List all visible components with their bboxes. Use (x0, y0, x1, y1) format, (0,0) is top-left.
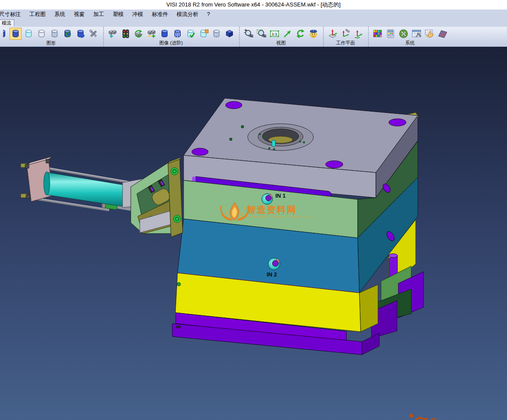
menu-item-9[interactable]: ? (203, 11, 214, 17)
copy-display-icon[interactable] (74, 28, 87, 40)
window-title: VISI 2018 R2 from Vero Software x64 - 30… (166, 1, 340, 9)
menu-item-6[interactable]: 冲模 (128, 11, 148, 18)
keyboard-grid-icon[interactable] (436, 28, 449, 40)
solid-reference-icon[interactable] (197, 28, 210, 40)
menu-item-3[interactable]: 视窗 (70, 11, 89, 18)
refresh-view-icon[interactable] (294, 28, 307, 40)
zoom-window-icon[interactable] (255, 28, 268, 40)
tab-moldflow-label: 模流 (2, 20, 11, 26)
solid-striped-icon[interactable] (171, 28, 184, 40)
toolbar: 图形 图像 (进阶)1:1视图工作平面系统 (0, 27, 507, 47)
menu-item-8[interactable]: 模流分析 (172, 11, 203, 18)
menu-bar: 尺寸标注工程图系统视窗加工塑模冲模标准件模流分析? (0, 10, 507, 19)
support-plate-side (359, 285, 378, 332)
attributes-icon[interactable] (384, 28, 397, 40)
toolbar-group-label-0: 图形 (46, 40, 56, 46)
watermark-text: 智造资料网 (246, 205, 297, 215)
regenerate-solids-icon[interactable] (132, 28, 145, 40)
screw (241, 125, 244, 128)
display-ghost-icon[interactable] (36, 28, 48, 40)
toolbar-group-1: 图像 (进阶) (103, 27, 238, 47)
system-settings-icon[interactable] (397, 28, 410, 40)
workplane-edit-icon[interactable] (339, 28, 352, 40)
toolbar-group-3: 工作平面 (323, 27, 367, 47)
add-solids-icon[interactable] (107, 28, 119, 40)
screw (177, 282, 181, 286)
toolbar-group-0: 图形 (0, 27, 102, 47)
window-title-bar: VISI 2018 R2 from Vero Software x64 - 30… (0, 0, 507, 10)
menu-item-2[interactable]: 系统 (50, 11, 70, 18)
display-tools-icon[interactable] (87, 28, 100, 40)
toolbar-group-label-3: 工作平面 (336, 40, 355, 46)
zoom-actual-size-icon[interactable]: 1:1 (268, 28, 281, 40)
in1-label: IN 1 (275, 192, 286, 199)
toolbar-group-2: 1:1视图 (239, 27, 322, 47)
locating-ring (248, 124, 313, 151)
svg-text:1:1: 1:1 (272, 32, 277, 36)
toolbar-group-label-1: 图像 (进阶) (159, 40, 183, 46)
workplane-align-icon[interactable] (352, 28, 365, 40)
screw (174, 215, 181, 223)
selection-filter-icon[interactable] (423, 28, 436, 40)
toolbar-group-label-4: 系统 (405, 40, 415, 46)
screw (171, 168, 178, 175)
solid-wireframe-icon[interactable] (210, 28, 223, 40)
viewport[interactable]: IN 1 IN 2 智造资料网 INTELLIGENT MANUFACTURIN… (0, 48, 507, 420)
shaded-cube-icon[interactable] (223, 28, 236, 40)
toggle-solids-icon[interactable] (145, 28, 158, 40)
screw (229, 138, 232, 141)
clamp-hole (226, 102, 242, 109)
clamp-hole (192, 148, 208, 156)
clamp-hole (326, 161, 343, 168)
toolbar-group-label-2: 视图 (276, 40, 286, 46)
zoom-extents-icon[interactable] (281, 28, 294, 40)
zoom-in-out-icon[interactable] (242, 28, 255, 40)
dynamic-view-icon[interactable] (307, 28, 320, 40)
solid-shaded-icon[interactable] (158, 28, 171, 40)
in2-label: IN 2 (267, 271, 277, 278)
menu-item-0[interactable]: 尺寸标注 (0, 11, 25, 18)
menu-item-1[interactable]: 工程图 (25, 11, 50, 18)
menu-item-4[interactable]: 加工 (89, 11, 109, 18)
solid-validate-icon[interactable] (184, 28, 197, 40)
refresh-graphics-icon[interactable] (61, 28, 74, 40)
sprue-pin (272, 140, 275, 147)
display-wireframe-icon[interactable] (48, 28, 61, 40)
color-palette-icon[interactable] (371, 28, 384, 40)
watermark-subtext: INTELLIGENT MANUFACTURING DATA (248, 215, 313, 218)
menu-item-5[interactable]: 塑模 (109, 11, 128, 18)
display-transparent-icon[interactable] (23, 28, 35, 40)
display-shaded-icon[interactable] (10, 28, 22, 40)
tab-moldflow[interactable]: 模流 (0, 19, 14, 26)
clamp-hole (389, 119, 406, 126)
window-settings-icon[interactable] (410, 28, 423, 40)
display-shaded-partial-icon[interactable] (3, 28, 9, 40)
toolbar-group-4: 系统 (368, 27, 451, 47)
toolbar-tab-row: 模流 (0, 19, 507, 27)
solids-status-icon[interactable] (119, 28, 132, 40)
workplane-create-icon[interactable] (326, 28, 339, 40)
menu-item-7[interactable]: 标准件 (148, 11, 173, 18)
